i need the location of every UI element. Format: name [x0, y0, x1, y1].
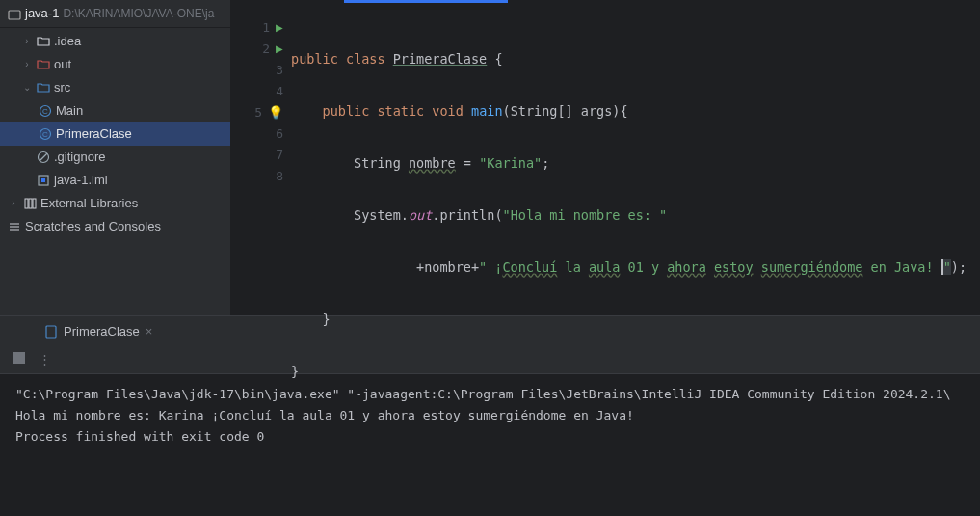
project-header[interactable]: java-1 D:\KARINAMIO\JAVA-ONE\ja — [0, 0, 230, 28]
library-icon — [23, 196, 37, 211]
chevron-down-icon: ⌄ — [21, 82, 33, 93]
folder-icon — [37, 57, 50, 72]
line-number: 5 — [254, 102, 262, 123]
line-number: 1 — [262, 17, 270, 39]
code-content[interactable]: public class PrimeraClase { public stati… — [291, 0, 980, 315]
tree-item-libs[interactable]: › External Libraries — [0, 192, 230, 215]
run-tab[interactable]: PrimeraClase × — [35, 323, 162, 339]
project-icon — [8, 6, 21, 21]
tree-label: PrimeraClase — [56, 126, 132, 141]
line-number: 4 — [276, 81, 283, 102]
tree-label: Main — [56, 103, 83, 118]
tree-label: java-1.iml — [54, 173, 108, 187]
class-icon: C — [39, 126, 52, 142]
run-icon[interactable]: ▶ — [276, 39, 283, 60]
tree-item-primera[interactable]: C PrimeraClase — [0, 122, 230, 146]
chevron-right-icon: › — [21, 59, 33, 69]
tree-item-main[interactable]: C Main — [0, 99, 230, 122]
close-icon[interactable]: × — [146, 324, 153, 339]
tree-item-src[interactable]: ⌄ src — [0, 76, 230, 99]
run-tab-label: PrimeraClase — [64, 324, 140, 339]
module-icon — [37, 173, 50, 188]
tree-label: src — [54, 80, 70, 95]
tree-label: out — [54, 57, 71, 71]
class-icon: C — [39, 103, 52, 119]
run-icon[interactable]: ▶ — [276, 17, 283, 39]
folder-icon — [37, 80, 50, 95]
stop-icon — [13, 352, 25, 364]
project-tree: › .idea › out ⌄ src — [0, 28, 230, 238]
scratch-icon — [8, 219, 21, 234]
intention-bulb-icon[interactable]: 💡 — [268, 102, 283, 123]
gitignore-icon — [37, 149, 50, 165]
code-editor[interactable]: 1▶ 2▶ 3 4 5💡 6 7 8 public class PrimeraC… — [231, 0, 980, 315]
project-path: D:\KARINAMIO\JAVA-ONE\ja — [63, 7, 214, 20]
line-number: 2 — [262, 39, 270, 60]
line-number: 3 — [276, 60, 283, 81]
svg-rect-8 — [41, 178, 45, 182]
tree-label: External Libraries — [40, 196, 138, 210]
tree-item-idea[interactable]: › .idea — [0, 30, 230, 53]
folder-icon — [37, 34, 50, 49]
svg-text:C: C — [42, 107, 48, 116]
stop-button[interactable] — [13, 352, 25, 367]
line-number: 6 — [276, 123, 283, 145]
tree-item-out[interactable]: › out — [0, 53, 230, 76]
more-button[interactable]: ⋮ — [39, 352, 53, 367]
tree-item-scratch[interactable]: Scratches and Consoles — [0, 215, 230, 238]
tree-label: .idea — [54, 34, 81, 48]
line-number: 7 — [276, 145, 283, 166]
console-line: Process finished with exit code 0 — [15, 426, 965, 448]
project-sidebar: java-1 D:\KARINAMIO\JAVA-ONE\ja › .idea … — [0, 0, 231, 315]
class-icon — [44, 323, 58, 339]
tree-label: Scratches and Consoles — [25, 219, 161, 233]
svg-rect-9 — [25, 199, 28, 208]
chevron-right-icon: › — [8, 198, 19, 208]
editor-gutter: 1▶ 2▶ 3 4 5💡 6 7 8 — [231, 0, 291, 315]
svg-line-6 — [40, 153, 47, 161]
tree-label: .gitignore — [54, 149, 105, 164]
tree-item-gitignore[interactable]: .gitignore — [0, 146, 230, 169]
svg-rect-12 — [46, 326, 56, 338]
svg-rect-0 — [9, 11, 20, 19]
line-number: 8 — [276, 166, 283, 187]
project-name: java-1 — [25, 6, 59, 20]
svg-rect-10 — [29, 199, 32, 208]
active-tab-indicator — [344, 0, 508, 3]
tree-item-iml[interactable]: java-1.iml — [0, 169, 230, 192]
chevron-right-icon: › — [21, 36, 33, 46]
svg-text:C: C — [42, 130, 48, 139]
svg-rect-11 — [33, 199, 36, 208]
